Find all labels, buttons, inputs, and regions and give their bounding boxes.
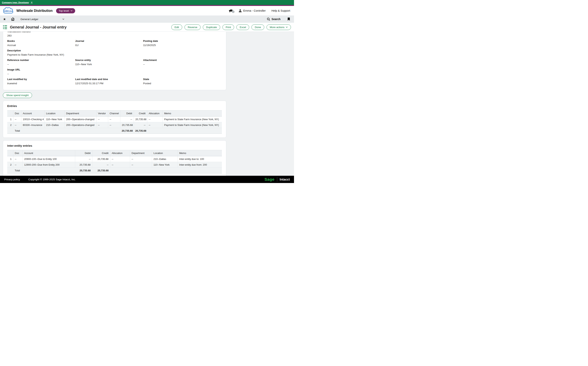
field-reference-number: Reference number--	[7, 59, 75, 66]
column-header: Location	[44, 110, 65, 116]
field-value: GJ	[75, 44, 143, 47]
detail-row: BooksAccrualJournalGJPosting date11/19/2…	[7, 39, 222, 49]
field-value: truewind	[7, 82, 75, 85]
table-cell: --	[13, 122, 21, 128]
home-icon[interactable]	[11, 17, 15, 21]
entries-card: Entries DocAccountLocationDepartmentVend…	[3, 101, 226, 138]
edit-button[interactable]: Edit	[171, 24, 182, 30]
table-cell: 12900-200--Due from Entity 200	[22, 162, 75, 168]
done-button[interactable]: Done	[251, 24, 264, 30]
detail-fields: Transaction number263BooksAccrualJournal…	[7, 32, 222, 87]
table-cell: 20,735.68	[75, 162, 92, 168]
table-cell: --	[147, 122, 162, 128]
notification-badge: 2	[232, 10, 235, 13]
excel-button[interactable]: Excel	[236, 24, 249, 30]
journal-detail-card: Transaction number263BooksAccrualJournal…	[3, 32, 226, 90]
field-journal: JournalGJ	[75, 39, 143, 47]
column-header: Department	[130, 150, 152, 156]
nav-right: Search	[267, 17, 291, 21]
notifications-button[interactable]: 2	[228, 9, 234, 13]
column-header: Allocation	[147, 110, 162, 116]
table-cell: Payment to State Farm Insurance (New Yor…	[162, 116, 222, 122]
record-content: Transaction number263BooksAccrualJournal…	[0, 32, 294, 176]
duplicate-button[interactable]: Duplicate	[203, 24, 220, 30]
table-cell: --	[108, 122, 120, 128]
user-name: Emma - Controller	[243, 9, 266, 12]
column-header: Doc	[13, 150, 22, 156]
banner-close-icon[interactable]: ✕	[31, 1, 33, 4]
module-selector[interactable]: General Ledger	[20, 18, 64, 21]
entity-selector-label: Top level	[59, 9, 69, 12]
entity-selector[interactable]: Top level	[56, 8, 75, 13]
column-header: Credit	[134, 110, 147, 116]
more-actions-button[interactable]: More actions	[266, 24, 291, 30]
bookmark-icon[interactable]	[287, 17, 290, 21]
show-spend-insight-button[interactable]: Show spend insight	[3, 92, 32, 98]
detail-row: Transaction number263	[7, 32, 222, 39]
search-button[interactable]: Search	[267, 18, 280, 21]
table-cell: --	[13, 116, 21, 122]
title-bar: General Journal - Journal entry EditReve…	[0, 23, 294, 32]
field-value: --	[7, 63, 75, 66]
table-row: 1--10010--Checking 4110--New York200--Op…	[7, 116, 222, 122]
inter-entity-table: DocAccountDebitCreditAllocationDepartmen…	[7, 150, 222, 174]
company-type-banner: Company type: Developer ✕	[0, 0, 294, 5]
table-row: 2--12900-200--Due from Entity 20020,735.…	[7, 162, 222, 168]
table-cell: 200--Operations-changed	[65, 122, 96, 128]
record-list-icon[interactable]	[3, 25, 7, 29]
company-name: Wholesale Distribution	[16, 9, 53, 13]
privacy-policy-link[interactable]: Privacy policy	[4, 178, 20, 181]
sage-logo: Sage	[265, 177, 275, 182]
footer-divider	[277, 177, 277, 182]
column-header: Memo	[162, 110, 222, 116]
field-label: State	[143, 78, 222, 81]
row-number: 2	[7, 122, 13, 128]
favorites-star-icon[interactable]: ★	[3, 18, 6, 21]
table-cell: 20,735.68	[120, 122, 134, 128]
table-cell: 20,735.68	[92, 156, 110, 162]
field-attachment: Attachment--	[143, 59, 222, 66]
field-label: Transaction number	[7, 32, 75, 33]
user-menu[interactable]: Emma - Controller	[238, 9, 266, 12]
help-support-link[interactable]: Help & Support	[272, 9, 290, 12]
table-cell: --	[110, 162, 130, 168]
total-row: Total20,735.6820,735.68	[7, 168, 222, 174]
field-posting-date: Posting date11/19/2025	[143, 39, 222, 47]
module-selector-label: General Ledger	[20, 18, 38, 21]
chevron-down-icon	[71, 10, 73, 11]
column-header: Doc	[13, 110, 21, 116]
print-button[interactable]: Print	[222, 24, 234, 30]
user-icon	[238, 9, 242, 12]
total-debit: 20,735.68	[120, 128, 134, 134]
company-type-link[interactable]: Company type: Developer	[2, 1, 29, 4]
inter-entity-card: Inter-entity entries DocAccountDebitCred…	[3, 140, 226, 176]
field-label: Reference number	[7, 59, 75, 62]
detail-row: Reference number--Source entity110--New …	[7, 59, 222, 68]
field-label: Posting date	[143, 39, 222, 43]
column-header: Account	[21, 110, 44, 116]
table-cell: 210--Dallas	[152, 156, 178, 162]
field-last-modified-by: Last modified bytruewind	[7, 78, 75, 85]
field-value: 263	[7, 34, 75, 37]
table-cell: --	[13, 156, 22, 162]
table-cell: --	[110, 156, 130, 162]
detail-row: DescriptionPayment to State Farm Insuran…	[7, 49, 222, 59]
copyright-text: Copyright © 1999-2025 Sage Intacct, Inc.	[29, 178, 76, 181]
field-value: --	[143, 63, 222, 66]
table-row: 2--60330--Insurance210--Dallas200--Opera…	[7, 122, 222, 128]
app-header: GBD,Inc. Wholesale Distribution Top leve…	[0, 6, 294, 15]
detail-row: Image URL--	[7, 68, 222, 78]
entries-heading: Entries	[7, 104, 222, 107]
detail-row: Last modified bytruewindLast modified da…	[7, 78, 222, 87]
column-header: Channel	[108, 110, 120, 116]
table-cell: 200--Operations-changed	[65, 116, 96, 122]
table-cell: --	[134, 122, 147, 128]
column-header: Memo	[178, 150, 222, 156]
total-row: Total20,735.6820,735.68	[7, 128, 222, 134]
reverse-button[interactable]: Reverse	[184, 24, 200, 30]
table-header-row: DocAccountDebitCreditAllocationDepartmen…	[7, 150, 222, 156]
field-label: Attachment	[143, 59, 222, 62]
field-state: StatePosted	[143, 78, 222, 85]
table-cell: --	[130, 162, 152, 168]
footer: Privacy policy Copyright © 1999-2025 Sag…	[0, 176, 294, 183]
